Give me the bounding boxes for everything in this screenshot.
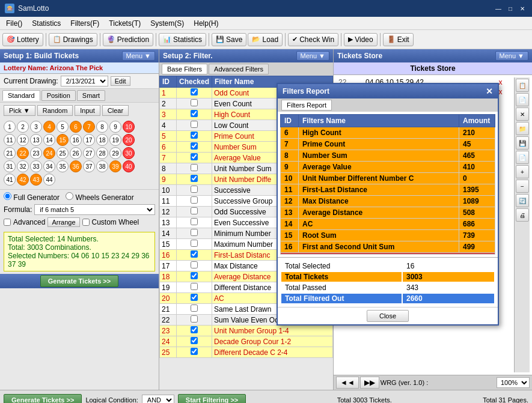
num-32[interactable]: 32 [17,160,29,172]
filter-check-2[interactable] [191,99,198,106]
num-15[interactable]: 15 [57,134,69,146]
right-menu-btn[interactable]: Menu ▼ [495,51,528,61]
num-12[interactable]: 12 [17,134,29,146]
ticket-icon-5[interactable]: 💾 [516,136,529,150]
num-10[interactable]: 10 [123,121,135,133]
pick-btn[interactable]: Pick ▼ [4,105,35,116]
num-17[interactable]: 17 [83,134,95,146]
num-13[interactable]: 13 [30,134,42,146]
maximize-btn[interactable]: □ [506,4,515,13]
num-34[interactable]: 34 [43,160,55,172]
random-btn[interactable]: Random [37,105,73,116]
menu-system[interactable]: System(S) [147,18,188,29]
full-gen-label[interactable]: Full Generator [4,192,60,202]
menu-help[interactable]: Help(H) [190,18,222,29]
start-filter-btn[interactable]: Start Filtering >> [178,394,246,404]
num-14[interactable]: 14 [43,134,55,146]
toolbar-lottery-btn[interactable]: 🎯 Lottery [2,33,43,46]
ticket-icon-4[interactable]: 📁 [516,122,529,135]
num-29[interactable]: 29 [109,147,121,159]
prev-nav-btn[interactable]: ◄◄ [336,377,359,389]
input-btn[interactable]: Input [75,105,100,116]
filter-check-22[interactable] [191,315,198,323]
num-16[interactable]: 16 [70,134,82,146]
ticket-icon-2[interactable]: 📄 [516,93,529,106]
edit-drawing-btn[interactable]: Edit [111,76,130,86]
num-43[interactable]: 43 [30,174,42,186]
toolbar-load-btn[interactable]: 📂 Load [248,33,283,46]
filter-check-21[interactable] [191,305,198,312]
ticket-icon-3[interactable]: ✕ [516,108,529,121]
num-20[interactable]: 20 [123,134,135,146]
gen-tickets-btn[interactable]: Generate Tickets >> [40,275,118,287]
num-37[interactable]: 37 [83,160,95,172]
left-menu-btn[interactable]: Menu ▼ [122,51,155,61]
filter-check-3[interactable] [191,110,198,117]
custom-wheel-checkbox[interactable] [82,219,90,226]
minimize-btn[interactable]: — [494,4,503,13]
logical-select[interactable]: AND OR [142,395,174,404]
num-8[interactable]: 8 [96,121,108,133]
filter-check-13[interactable] [191,218,198,225]
advanced-checkbox[interactable] [4,219,11,226]
arrange-btn[interactable]: Arrange [47,217,79,227]
filter-check-23[interactable] [191,326,198,333]
drawing-date-select[interactable]: 2/13/2021 [61,76,108,86]
filter-check-25[interactable] [191,348,198,355]
filter-check-1[interactable] [191,88,198,95]
toolbar-save-btn[interactable]: 💾 Save [212,33,246,46]
num-5[interactable]: 5 [57,121,69,133]
tab-standard[interactable]: Standard [2,90,40,101]
toolbar-exit-btn[interactable]: 🚪 Exit [383,33,414,46]
toolbar-drawings-btn[interactable]: 📋 Drawings [49,33,97,46]
ticket-icon-8[interactable]: − [516,180,529,193]
tab-base-filters[interactable]: Base Filters [162,64,207,74]
filter-check-10[interactable] [191,186,198,193]
middle-menu-btn[interactable]: Menu ▼ [296,51,329,61]
num-31[interactable]: 31 [4,160,16,172]
num-41[interactable]: 41 [4,174,16,186]
num-9[interactable]: 9 [109,121,121,133]
filter-check-15[interactable] [191,240,198,247]
filter-check-6[interactable] [191,142,198,150]
filter-check-5[interactable] [191,132,198,139]
num-11[interactable]: 11 [4,134,16,146]
num-4[interactable]: 4 [43,121,55,133]
tab-smart[interactable]: Smart [77,90,105,101]
menu-filters[interactable]: Filters(F) [67,18,103,29]
toolbar-statistics-btn[interactable]: 📊 Statistics [159,33,206,46]
modal-tab-filters-report[interactable]: Filters Report [281,100,332,111]
num-33[interactable]: 33 [30,160,42,172]
toolbar-prediction-btn[interactable]: 🔮 Prediction [103,33,153,46]
toolbar-video-btn[interactable]: ▶ Video [344,33,377,46]
filter-check-24[interactable] [191,337,198,344]
num-39[interactable]: 39 [109,160,121,172]
num-28[interactable]: 28 [96,147,108,159]
num-3[interactable]: 3 [30,121,42,133]
filter-check-17[interactable] [191,261,198,268]
num-38[interactable]: 38 [96,160,108,172]
filter-check-7[interactable] [191,153,198,160]
num-22[interactable]: 22 [17,147,29,159]
filter-check-12[interactable] [191,207,198,214]
num-36[interactable]: 36 [70,160,82,172]
num-6[interactable]: 6 [70,121,82,133]
num-35[interactable]: 35 [57,160,69,172]
ticket-icon-1[interactable]: 📋 [516,79,529,92]
menu-statistics[interactable]: Statistics [28,18,64,29]
tab-position[interactable]: Position [41,90,76,101]
num-27[interactable]: 27 [83,147,95,159]
formula-select[interactable]: if 6 match 5 [34,204,155,215]
toolbar-checkwin-btn[interactable]: ✔ Check Win [288,33,338,46]
ticket-icon-6[interactable]: 📄 [516,151,529,164]
filter-check-8[interactable] [191,164,198,171]
num-7[interactable]: 7 [83,121,95,133]
filter-check-9[interactable] [191,175,198,182]
full-gen-radio[interactable] [4,192,11,200]
filter-check-4[interactable] [191,121,198,128]
num-42[interactable]: 42 [17,174,29,186]
num-19[interactable]: 19 [109,134,121,146]
filter-check-19[interactable] [191,283,198,290]
menu-file[interactable]: File() [2,18,26,29]
num-21[interactable]: 21 [4,147,16,159]
